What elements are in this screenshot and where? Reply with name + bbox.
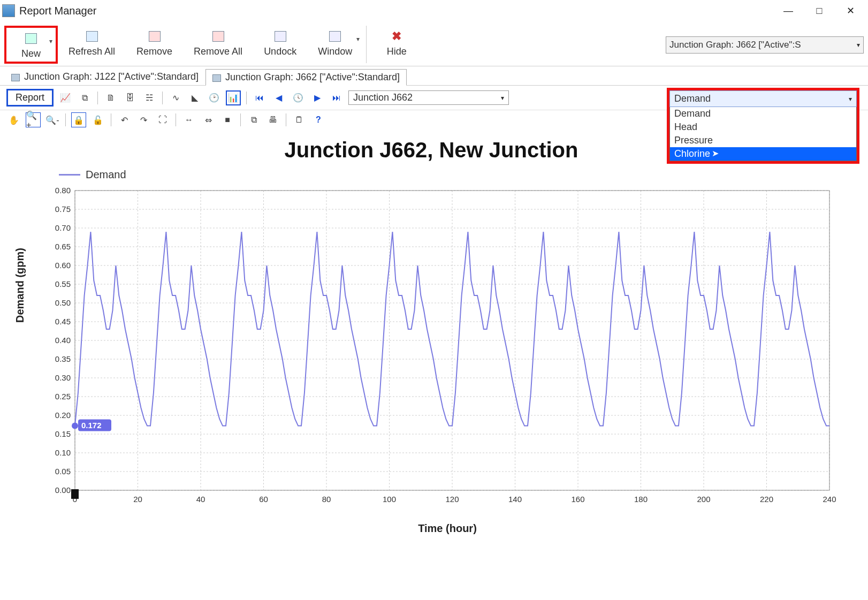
collapse-h-icon[interactable]: ⇔ [201,112,216,127]
undo-icon[interactable]: ↶ [117,112,132,127]
svg-text:0.55: 0.55 [55,279,71,288]
chevron-down-icon: ▾ [356,35,360,43]
svg-text:200: 200 [697,495,710,504]
chart-toolbar: Report 📈 ⧉ 🗎 🗄 ☵ ∿ ◣ 🕑 📊 ⏮ ◀ 🕓 ▶ ⏭ Junct… [0,86,868,110]
remove-all-button[interactable]: Remove All [183,26,253,59]
chevron-down-icon: ▾ [49,37,52,45]
copy-chart-icon[interactable]: ⧉ [246,112,261,127]
new-label: New [21,48,41,59]
svg-text:0.10: 0.10 [55,448,71,457]
window-title: Report Manager [19,5,773,17]
remove-icon [147,30,162,43]
junction-combo[interactable]: Junction J662 ▾ [348,90,509,105]
export-icon[interactable]: 🗎 [103,90,118,105]
svg-text:0.05: 0.05 [55,467,71,476]
time-step-icon[interactable]: 🕓 [291,90,306,105]
svg-text:0.35: 0.35 [55,354,71,363]
plot-wrap: Demand (gpm) 0.000.050.100.150.200.250.3… [37,185,857,535]
separator [240,113,241,126]
parameter-options-list: Demand Head Pressure Chlorine ➤ [669,107,857,161]
undock-label: Undock [264,46,296,57]
close-button[interactable]: ✕ [835,0,866,21]
svg-text:0.20: 0.20 [55,411,71,420]
ribbon-toolbar: New ▾ Refresh All Remove Remove All Undo… [0,21,868,66]
help-icon[interactable]: ? [311,112,326,127]
pan-icon[interactable]: ✋ [6,112,21,127]
copy-icon[interactable]: ⧉ [77,90,92,105]
tab-j662[interactable]: Junction Graph: J662 ["Active":Standard] [205,69,407,86]
window-button[interactable]: Window ▾ [307,26,363,59]
svg-text:0.75: 0.75 [55,204,71,214]
first-icon[interactable]: ⏮ [252,90,267,105]
svg-text:0.172: 0.172 [81,421,102,430]
unlock-axis-icon[interactable]: 🔓 [90,112,105,127]
tab-j122[interactable]: Junction Graph: J122 ["Active":Standard] [4,69,205,85]
svg-text:0.25: 0.25 [55,392,71,401]
refresh-icon [85,30,100,43]
svg-text:0.80: 0.80 [55,186,71,195]
fit-icon[interactable]: ⛶ [155,112,170,127]
stop-icon[interactable]: ■ [220,112,235,127]
option-chlorine[interactable]: Chlorine ➤ [670,147,856,161]
graph-selector-combo[interactable]: Junction Graph: J662 ["Active":S ▾ [666,36,864,54]
area-icon[interactable]: ◣ [187,90,202,105]
undock-icon [273,30,288,43]
remove-label: Remove [136,46,172,57]
chevron-down-icon: ▾ [849,95,852,103]
maximize-button[interactable]: □ [804,0,835,21]
svg-text:160: 160 [571,495,584,504]
chart-plot: 0.000.050.100.150.200.250.300.350.400.45… [37,185,840,517]
hide-icon: ✖ [389,30,404,43]
svg-text:0.50: 0.50 [55,298,71,307]
zoom-out-icon[interactable]: 🔍- [45,112,60,127]
separator [65,113,66,126]
separator [286,113,286,126]
refresh-label: Refresh All [68,46,115,57]
svg-text:140: 140 [508,495,522,504]
svg-text:180: 180 [634,495,648,504]
svg-text:80: 80 [322,495,331,504]
zoom-in-icon[interactable]: 🔍+ [26,112,41,127]
clock-icon[interactable]: 🕑 [207,90,222,105]
svg-text:0.70: 0.70 [55,223,71,232]
x-axis-label: Time (hour) [37,522,857,535]
tab-label: Junction Graph: J662 ["Active":Standard] [225,72,400,83]
chart-icon [11,73,21,81]
chart-area: Junction J662, New Junction Demand Deman… [0,130,868,540]
prev-icon[interactable]: ◀ [271,90,286,105]
report-button[interactable]: Report [6,89,54,107]
option-head[interactable]: Head [670,120,856,134]
option-chlorine-text: Chlorine [674,148,710,159]
refresh-all-button[interactable]: Refresh All [58,26,126,59]
removeall-label: Remove All [194,46,242,57]
line-chart-icon[interactable]: 📈 [58,90,73,105]
hide-button[interactable]: ✖ Hide [370,26,423,59]
redo-icon[interactable]: ↷ [136,112,151,127]
remove-all-icon [211,30,226,43]
tab-strip: Junction Graph: J122 ["Active":Standard]… [0,66,868,86]
minimize-button[interactable]: — [773,0,804,21]
print-icon[interactable]: 🖶 [265,112,280,127]
lock-axis-icon[interactable]: 🔒 [71,112,86,127]
svg-text:0.60: 0.60 [55,261,71,270]
svg-text:0.40: 0.40 [55,336,71,345]
settings-icon[interactable]: ☵ [142,90,157,105]
option-pressure[interactable]: Pressure [670,134,856,147]
expand-h-icon[interactable]: ↔ [181,112,196,127]
separator [176,113,176,126]
parameter-select[interactable]: Demand ▾ [669,90,857,107]
new-button[interactable]: New ▾ [4,26,58,64]
highlight-chart-icon[interactable]: 📊 [226,90,241,105]
data-export-icon[interactable]: 🗄 [123,90,138,105]
undock-button[interactable]: Undock [253,26,307,59]
next-icon[interactable]: ▶ [310,90,325,105]
notes-icon[interactable]: 🗒 [292,112,307,127]
separator [111,113,111,126]
chevron-down-icon: ▾ [501,94,504,102]
separator [97,92,98,104]
last-icon[interactable]: ⏭ [329,90,344,105]
svg-text:0.45: 0.45 [55,317,71,326]
remove-button[interactable]: Remove [126,26,183,59]
curve-icon[interactable]: ∿ [168,90,183,105]
option-demand[interactable]: Demand [670,107,856,120]
